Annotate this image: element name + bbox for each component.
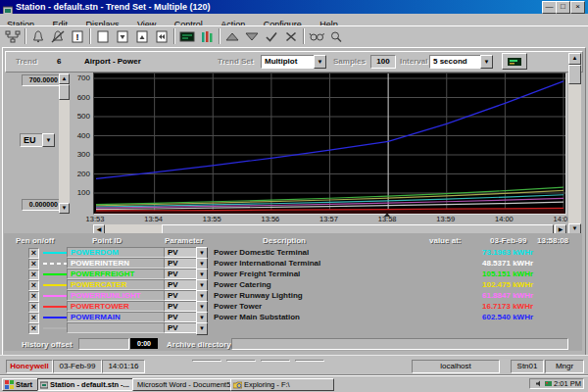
history-offset-time: 0:00 — [130, 338, 158, 349]
point-id-field[interactable]: POWERMAIN — [67, 312, 166, 322]
status-role: Mngr — [545, 360, 584, 373]
console-icon[interactable] — [177, 28, 197, 45]
close-button[interactable]: × — [570, 1, 585, 14]
honeywell-brand: Honeywell — [6, 360, 53, 373]
trend-set-label: Trend Set — [218, 56, 253, 68]
alarm-disable-icon[interactable] — [48, 28, 68, 45]
task-explorer[interactable]: Exploring - F:\ — [230, 378, 334, 391]
trend-set-select[interactable]: Multiplot — [261, 55, 318, 69]
page-up-icon[interactable] — [132, 28, 152, 45]
parameter-dropdown-icon[interactable]: ▼ — [196, 322, 208, 335]
page-repeat-icon[interactable] — [152, 28, 172, 45]
task-word[interactable]: W Microsoft Word - Document5 — [132, 378, 233, 391]
parameter-field[interactable]: PV — [164, 247, 198, 258]
cancel-icon[interactable] — [281, 28, 301, 45]
point-id-field[interactable]: POWERINTERN — [67, 258, 166, 269]
zoom-icon[interactable] — [326, 28, 346, 45]
point-id-field[interactable]: POWERRUNLIGHT — [67, 290, 166, 301]
history-offset-input[interactable] — [78, 338, 129, 350]
minimize-button[interactable]: — — [542, 1, 557, 14]
archive-directory-label: Archive directory — [167, 340, 231, 349]
samples-field[interactable]: 100 — [370, 55, 396, 69]
trend-plot[interactable] — [93, 73, 566, 215]
explorer-icon — [233, 381, 242, 389]
alarm-bell-icon[interactable] — [28, 28, 48, 45]
point-id-field[interactable]: POWERFREIGHT — [67, 269, 166, 279]
find-icon[interactable] — [307, 28, 326, 45]
pen-color-sample — [43, 327, 67, 329]
pen-color-sample — [43, 263, 67, 265]
parameter-field[interactable]: PV — [164, 290, 198, 301]
value-at-label: value at: — [429, 236, 461, 245]
point-description: Power Catering — [214, 280, 468, 290]
point-id-field[interactable]: POWERTOWER — [67, 301, 166, 312]
taskbar-clock: 2:01 PM — [554, 379, 581, 388]
archive-directory-input[interactable] — [231, 338, 568, 350]
pen-checkbox[interactable]: × — [28, 313, 39, 323]
pen-checkbox[interactable]: × — [28, 291, 39, 302]
status-station: Stn01 — [511, 360, 544, 373]
parameter-field[interactable]: PV — [164, 312, 198, 322]
point-id-field[interactable]: POWERCATER — [67, 279, 166, 290]
y-axis-labels: 700600500400300200100 — [69, 74, 92, 214]
interval-select[interactable]: 5 second — [429, 55, 485, 69]
col-pen-header: Pen on/off — [16, 236, 54, 245]
scale-max-field[interactable]: 700.0000 — [22, 74, 60, 86]
volume-icon[interactable] — [536, 380, 543, 387]
page-down-icon[interactable] — [113, 28, 132, 45]
maximize-button[interactable]: □ — [556, 1, 570, 14]
interval-dropdown-icon[interactable]: ▼ — [480, 55, 493, 69]
point-description: Power Freight Terminal — [214, 270, 468, 279]
parameter-field[interactable]: PV — [164, 269, 198, 279]
time-cursor-marker[interactable] — [384, 213, 390, 217]
pen-checkbox[interactable]: × — [28, 259, 39, 270]
lower-icon[interactable] — [242, 28, 262, 45]
tray-station-icon[interactable] — [545, 380, 552, 387]
value-at-date: 03-Feb-99 — [490, 236, 526, 245]
station-task-icon — [40, 381, 48, 389]
interval-label: Interval — [400, 56, 427, 68]
point-id-field[interactable]: POWERDOM — [67, 247, 166, 258]
task-station[interactable]: Station - default.stn -... — [37, 378, 135, 391]
station-application-window: Station - default.stn - Trend Set - Mult… — [0, 0, 588, 392]
pen-checkbox[interactable]: × — [28, 323, 39, 334]
trend-label: Trend — [16, 56, 37, 68]
pen-color-sample — [43, 252, 67, 254]
start-button[interactable]: Start — [2, 378, 40, 391]
scale-min-field[interactable]: 0.000000 — [22, 199, 60, 211]
pen-checkbox[interactable]: × — [28, 280, 39, 291]
scroll-up-icon[interactable]: ▲ — [568, 53, 581, 65]
parameter-field[interactable]: PV — [164, 258, 198, 269]
title-bar: Station - default.stn - Trend Set - Mult… — [0, 0, 588, 14]
display-scroll-thumb[interactable] — [568, 65, 581, 84]
pen-checkbox[interactable]: × — [28, 270, 39, 280]
toolbar: ! — [0, 25, 588, 46]
display-scrollbar[interactable]: ▲ ▼ — [568, 53, 581, 235]
accept-icon[interactable] — [262, 28, 281, 45]
network-icon[interactable] — [3, 28, 23, 45]
point-id-field[interactable] — [67, 322, 166, 333]
parameter-field[interactable]: PV — [164, 301, 198, 312]
pen-checkbox[interactable]: × — [28, 248, 39, 259]
window-title: Station - default.stn - Trend Set - Mult… — [16, 1, 211, 13]
parameter-field[interactable]: PV — [164, 322, 198, 333]
table-row: × PV ▼ — [4, 323, 582, 334]
point-value: 16.7173 kWHr — [482, 302, 572, 312]
page-icon[interactable] — [93, 28, 113, 45]
unit-dropdown-icon[interactable]: ▼ — [42, 133, 55, 147]
trend-title: Airport - Power — [84, 56, 141, 68]
raise-icon[interactable] — [222, 28, 242, 45]
parameter-field[interactable]: PV — [164, 279, 198, 290]
pen-checkbox[interactable]: × — [28, 302, 39, 313]
x-axis-labels: 13:5313:5413:5513:5613:5713:5813:5914:00… — [75, 215, 581, 223]
point-description: Power Tower — [214, 302, 468, 312]
point-table: Pen on/off Point ID Parameter Descriptio… — [4, 233, 582, 351]
alarm-page-icon[interactable]: ! — [68, 28, 87, 45]
trend-set-dropdown-icon[interactable]: ▼ — [314, 55, 326, 69]
status-time: 14:01:16 — [102, 360, 145, 373]
point-value: 61.8847 kWHr — [482, 291, 572, 301]
status-empty-cell — [261, 360, 290, 362]
trend-icon[interactable] — [197, 28, 217, 45]
samples-label: Samples — [333, 56, 366, 68]
trend-config-button[interactable] — [502, 53, 527, 70]
